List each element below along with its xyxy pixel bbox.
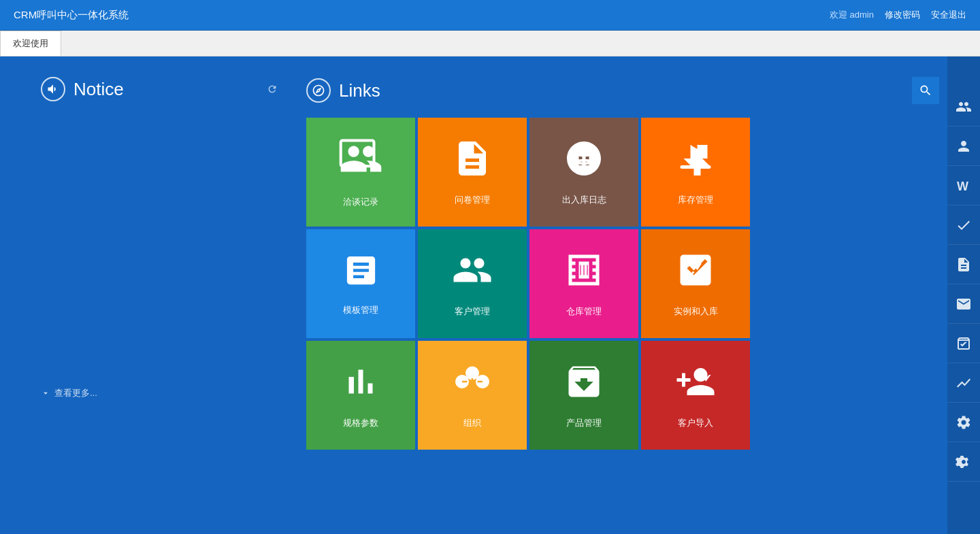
customer-icon	[452, 250, 493, 299]
links-title: Links	[339, 80, 380, 101]
links-icon	[306, 78, 331, 103]
svg-rect-4	[681, 165, 711, 169]
questionnaire-icon	[452, 138, 493, 187]
svg-text:W: W	[957, 180, 968, 193]
tile-product-label: 产品管理	[566, 417, 602, 429]
notice-section: Notice 查看更多...	[41, 77, 279, 514]
notice-header: Notice	[41, 77, 279, 101]
header: CRM呼叫中心一体化系统 欢迎 admin 修改密码 安全退出	[0, 0, 980, 31]
sidebar-check-icon[interactable]	[947, 205, 980, 245]
tile-organization[interactable]: 组织	[418, 341, 527, 450]
product-icon	[564, 361, 604, 410]
sidebar-word-icon[interactable]: W	[947, 166, 980, 205]
sidebar-person-icon[interactable]	[947, 127, 980, 166]
sidebar-file-icon[interactable]	[947, 245, 980, 284]
svg-point-6	[468, 368, 478, 378]
links-header: Links	[306, 77, 939, 104]
specs-icon	[340, 361, 381, 410]
right-sidebar: W	[947, 56, 980, 534]
tile-customer-import[interactable]: 客户导入	[641, 341, 750, 450]
tile-inventory[interactable]: 库存管理	[641, 118, 750, 227]
organization-icon	[452, 361, 493, 410]
tile-questionnaire[interactable]: 问卷管理	[418, 118, 527, 227]
welcome-text: 欢迎 admin	[830, 9, 874, 21]
notice-icon	[41, 77, 65, 101]
sidebar-users-icon[interactable]	[947, 87, 980, 127]
notice-title: Notice	[74, 79, 124, 100]
tile-instance-label: 实例和入库	[674, 305, 718, 318]
customer-import-icon	[675, 361, 716, 410]
inventory-icon	[675, 138, 716, 187]
tiles-grid: 洽谈记录 问卷管理	[306, 118, 939, 450]
tile-instance[interactable]: 实例和入库	[641, 229, 750, 338]
contacts-icon	[339, 137, 383, 189]
tile-template-label: 模板管理	[343, 304, 378, 316]
sidebar-mail-icon[interactable]	[947, 284, 980, 324]
tile-warehouse[interactable]: 仓库管理	[529, 229, 638, 338]
see-more-button[interactable]: 查看更多...	[41, 387, 279, 399]
sidebar-chart-icon[interactable]	[947, 363, 980, 403]
tile-customer[interactable]: 客户管理	[418, 229, 527, 338]
change-password-link[interactable]: 修改密码	[885, 9, 920, 21]
tile-organization-label: 组织	[463, 417, 481, 429]
links-section: Links 洽谈记录	[306, 77, 939, 514]
warehouse-icon	[564, 250, 604, 299]
tile-template[interactable]: 模板管理	[306, 229, 415, 338]
tile-warehouse-log-label: 出入库日志	[562, 194, 606, 206]
instance-icon	[675, 250, 716, 299]
tile-warehouse-label: 仓库管理	[566, 305, 602, 318]
tile-customer-label: 客户管理	[455, 305, 490, 318]
tile-contacts[interactable]: 洽谈记录	[306, 118, 415, 227]
sidebar-settings2-icon[interactable]	[947, 403, 980, 442]
tile-questionnaire-label: 问卷管理	[455, 194, 490, 206]
tile-specs-label: 规格参数	[343, 417, 378, 429]
warehouse-log-icon	[564, 138, 604, 187]
header-right: 欢迎 admin 修改密码 安全退出	[830, 9, 966, 21]
tile-customer-import-label: 客户导入	[678, 417, 713, 429]
search-button[interactable]	[912, 77, 939, 104]
tile-product[interactable]: 产品管理	[529, 341, 638, 450]
tile-warehouse-log[interactable]: 出入库日志	[529, 118, 638, 227]
tile-specs[interactable]: 规格参数	[306, 341, 415, 450]
sidebar-box-icon[interactable]	[947, 324, 980, 363]
tabbar: 欢迎使用	[0, 31, 980, 56]
app-title: CRM呼叫中心一体化系统	[14, 9, 129, 22]
template-icon	[342, 252, 380, 297]
tile-inventory-label: 库存管理	[678, 194, 713, 206]
tile-contacts-label: 洽谈记录	[343, 196, 378, 208]
logout-link[interactable]: 安全退出	[931, 9, 966, 21]
tab-welcome[interactable]: 欢迎使用	[0, 31, 61, 56]
notice-refresh-icon[interactable]	[265, 82, 279, 96]
main-content: Notice 查看更多... Links	[0, 56, 980, 534]
sidebar-gear-icon[interactable]	[947, 442, 980, 482]
